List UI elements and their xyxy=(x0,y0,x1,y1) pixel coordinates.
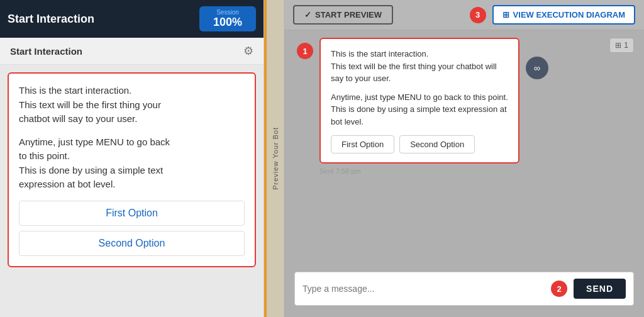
start-preview-label: START PREVIEW xyxy=(315,10,382,19)
doc-icon-button[interactable]: ⊞ 1 xyxy=(609,38,634,53)
left-subheader: Start Interaction ⚙ xyxy=(0,38,264,65)
chat-second-option-button[interactable]: Second Option xyxy=(399,135,475,153)
checkmark-icon: ✓ xyxy=(304,10,311,19)
message-input[interactable] xyxy=(303,284,545,294)
diagram-icon: ⊞ xyxy=(502,10,509,19)
doc-badge: 1 xyxy=(624,41,628,50)
chat-bubble-text: This is the start interaction.This text … xyxy=(331,48,508,128)
subheader-title: Start Interaction xyxy=(10,46,82,57)
session-value: 100% xyxy=(213,16,242,28)
view-execution-label: VIEW EXECUTION DIAGRAM xyxy=(513,10,625,19)
badge-1: 1 xyxy=(297,43,313,59)
message-input-area: 2 SEND xyxy=(294,272,634,306)
chat-message-container: 1 This is the start interaction.This tex… xyxy=(297,38,631,175)
chat-first-option-button[interactable]: First Option xyxy=(331,135,394,153)
content-area: This is the start interaction.This text … xyxy=(0,65,264,317)
session-badge: Session 100% xyxy=(199,6,256,31)
preview-sidebar: Preview Your Bot xyxy=(264,0,284,317)
doc-icon: ⊞ xyxy=(615,41,621,50)
badge-2: 2 xyxy=(551,281,567,297)
session-label: Session xyxy=(208,9,247,16)
send-button[interactable]: SEND xyxy=(574,279,626,299)
chat-column: This is the start interaction.This text … xyxy=(319,38,519,175)
right-panel: ✓ START PREVIEW 3 ⊞ VIEW EXECUTION DIAGR… xyxy=(284,0,644,317)
card-text-p1: This is the start interaction.This text … xyxy=(19,84,245,126)
badge-3: 3 xyxy=(470,7,486,23)
first-option-button[interactable]: First Option xyxy=(19,201,245,226)
preview-sidebar-label: Preview Your Bot xyxy=(272,127,279,190)
card-text-p2: Anytime, just type MENU to go backto thi… xyxy=(19,135,245,192)
left-header: Start Interaction Session 100% xyxy=(0,0,264,38)
view-execution-button[interactable]: ⊞ VIEW EXECUTION DIAGRAM xyxy=(492,5,635,25)
bottom-bar: 2 SEND xyxy=(284,272,644,317)
bot-avatar: ∞ xyxy=(526,57,548,79)
toolbar-right: 3 ⊞ VIEW EXECUTION DIAGRAM xyxy=(470,5,635,25)
sent-time: Sent 7:58 pm xyxy=(319,167,360,175)
toolbar-left: ✓ START PREVIEW xyxy=(293,5,393,25)
right-toolbar: ✓ START PREVIEW 3 ⊞ VIEW EXECUTION DIAGR… xyxy=(284,0,644,30)
start-interaction-title: Start Interaction xyxy=(8,13,94,26)
right-content: ⊞ 1 1 This is the start interaction.This… xyxy=(284,30,644,272)
chat-text-p1: This is the start interaction.This text … xyxy=(331,48,508,85)
chat-area: 1 This is the start interaction.This tex… xyxy=(297,38,631,175)
start-preview-button[interactable]: ✓ START PREVIEW xyxy=(293,5,393,25)
second-option-button[interactable]: Second Option xyxy=(19,231,245,256)
chat-options: First Option Second Option xyxy=(331,135,508,153)
gear-icon[interactable]: ⚙ xyxy=(243,44,253,58)
chat-bubble: This is the start interaction.This text … xyxy=(319,38,519,164)
chat-text-p2: Anytime, just type MENU to go back to th… xyxy=(331,91,508,128)
left-panel: Start Interaction Session 100% Start Int… xyxy=(0,0,264,317)
interaction-card: This is the start interaction.This text … xyxy=(8,72,256,267)
bot-avatar-icon: ∞ xyxy=(534,63,540,73)
card-text-block1: This is the start interaction.This text … xyxy=(19,84,245,192)
sidebar-accent xyxy=(264,0,267,317)
